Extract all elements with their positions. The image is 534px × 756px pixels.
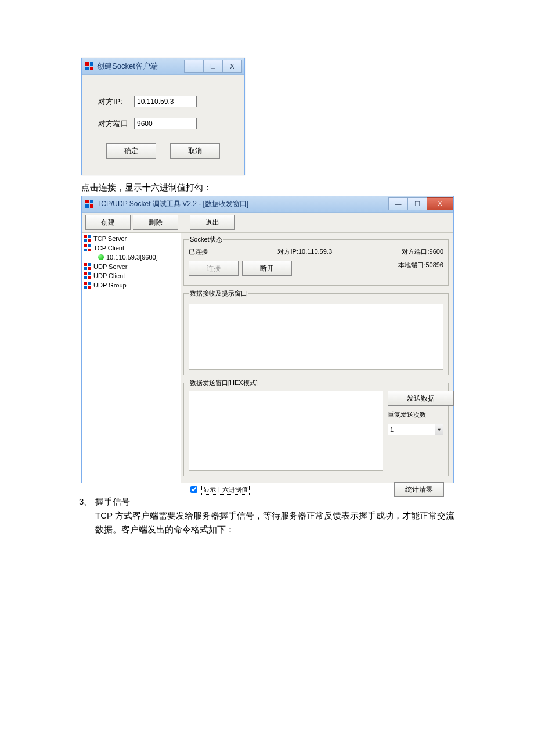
socket-status-group: Socket状态 已连接 对方IP:10.110.59.3 对方端口:9600 … [183, 235, 449, 286]
toolbar: 创建 删除 退出 [82, 213, 453, 233]
caption-text: 点击连接，显示十六进制值打勾： [81, 182, 459, 193]
minimize-button[interactable]: — [388, 197, 408, 210]
disconnect-button[interactable]: 断开 [242, 261, 292, 276]
peer-port-label: 对方端口 [98, 118, 134, 129]
dlg1-title: 创建Socket客户端 [97, 61, 158, 71]
connected-icon [98, 254, 104, 260]
node-icon [84, 244, 91, 251]
node-icon [84, 263, 91, 270]
close-button[interactable]: X [222, 60, 242, 73]
ok-button[interactable]: 确定 [106, 143, 156, 159]
tree-connection-node[interactable]: 10.110.59.3[9600] [84, 253, 178, 262]
close-button[interactable]: X [427, 197, 453, 210]
node-icon [84, 282, 91, 289]
tree-udp-client[interactable]: UDP Client [84, 271, 178, 280]
minimize-button[interactable]: — [184, 60, 204, 73]
status-peer-ip: 对方IP:10.110.59.3 [277, 247, 332, 256]
app-icon [85, 200, 93, 208]
hex-checkbox[interactable]: 显示十六进制值 [188, 484, 250, 495]
app-icon [85, 62, 93, 70]
peer-port-input[interactable] [134, 118, 197, 129]
section-number: 3、 [79, 496, 92, 506]
hex-checkbox-label: 显示十六进制值 [201, 485, 250, 495]
rx-textarea[interactable] [189, 304, 443, 370]
dlg2-titlebar[interactable]: TCP/UDP Socket 调试工具 V2.2 - [数据收发窗口] — ☐ … [82, 196, 453, 213]
status-state: 已连接 [189, 247, 208, 256]
create-socket-dialog: 创建Socket客户端 — ☐ X 对方IP: 对方端口 确定 取消 [81, 58, 245, 175]
section-3: 3、 握手信号 TCP 方式客户端需要发给服务器握手信号，等待服务器正常反馈表示… [79, 495, 459, 537]
tx-legend: 数据发送窗口[HEX模式] [189, 379, 259, 387]
peer-ip-input[interactable] [134, 96, 197, 107]
node-icon [84, 235, 91, 242]
dlg1-titlebar[interactable]: 创建Socket客户端 — ☐ X [82, 58, 244, 75]
node-icon [84, 272, 91, 279]
repeat-combo[interactable]: ▼ [388, 424, 443, 435]
cancel-button[interactable]: 取消 [170, 143, 220, 159]
tx-textarea[interactable] [189, 391, 383, 471]
tree-tcp-client[interactable]: TCP Client [84, 243, 178, 253]
rx-legend: 数据接收及提示窗口 [189, 289, 248, 298]
chevron-down-icon[interactable]: ▼ [435, 424, 443, 435]
peer-ip-label: 对方IP: [98, 96, 134, 107]
status-peer-port: 对方端口:9600 [402, 247, 443, 256]
repeat-input[interactable] [388, 426, 435, 433]
connect-button[interactable]: 连接 [189, 261, 239, 276]
repeat-label: 重复发送次数 [388, 411, 443, 419]
send-button[interactable]: 发送数据 [388, 391, 454, 406]
hex-checkbox-input[interactable] [190, 486, 197, 493]
tree-udp-server[interactable]: UDP Server [84, 262, 178, 271]
status-legend: Socket状态 [189, 235, 223, 244]
clear-stats-button[interactable]: 统计清零 [394, 482, 444, 497]
exit-button[interactable]: 退出 [190, 215, 235, 230]
tree-tcp-server[interactable]: TCP Server [84, 234, 178, 243]
tree-udp-group[interactable]: UDP Group [84, 280, 178, 290]
socket-tree[interactable]: TCP Server TCP Client 10.110.59.3[9600] … [82, 233, 181, 483]
maximize-button[interactable]: ☐ [407, 197, 427, 210]
rx-group: 数据接收及提示窗口 [183, 289, 449, 375]
delete-button[interactable]: 删除 [133, 215, 178, 230]
status-local-port: 本地端口:50896 [398, 261, 443, 276]
create-button[interactable]: 创建 [85, 215, 131, 230]
section-body: TCP 方式客户端需要发给服务器握手信号，等待服务器正常反馈表示握手成功，才能正… [79, 509, 459, 537]
dlg2-title: TCP/UDP Socket 调试工具 V2.2 - [数据收发窗口] [97, 199, 248, 209]
section-title: 握手信号 [95, 496, 130, 506]
socket-debug-window: TCP/UDP Socket 调试工具 V2.2 - [数据收发窗口] — ☐ … [81, 196, 454, 483]
maximize-button[interactable]: ☐ [203, 60, 223, 73]
tx-group: 数据发送窗口[HEX模式] 发送数据 重复发送次数 ▼ [183, 379, 449, 476]
